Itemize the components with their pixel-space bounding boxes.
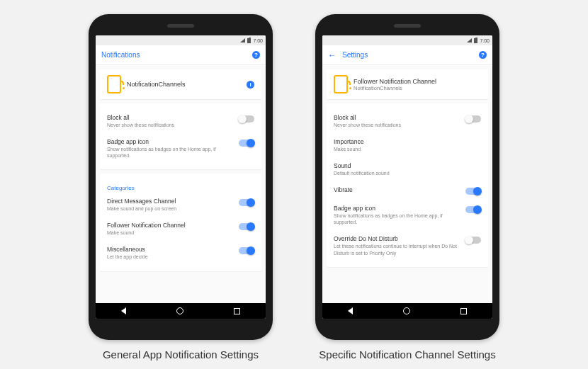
caption-right: Specific Notification Channel Settings: [319, 348, 495, 361]
setting-sound[interactable]: Sound Default notification sound: [334, 157, 481, 181]
status-time: 7:00: [480, 38, 490, 43]
cat-direct-toggle[interactable]: [239, 199, 254, 206]
block-all-toggle[interactable]: [465, 115, 481, 123]
app-bar: ← Settings ?: [322, 45, 492, 65]
nav-back-icon[interactable]: [348, 307, 353, 314]
setting-block-all[interactable]: Block all Never show these notifications: [107, 109, 254, 133]
signal-icon: [240, 38, 245, 42]
category-miscellaneous[interactable]: Miscellaneous Let the app decide: [107, 241, 254, 265]
setting-vibrate[interactable]: Vibrate: [334, 181, 481, 200]
page-title: Notifications: [101, 51, 247, 59]
status-bar: 7:00: [96, 35, 266, 45]
back-arrow-icon[interactable]: ←: [328, 51, 337, 59]
phone-speaker: [394, 24, 421, 28]
badge-sub: Show notifications as badges on the Home…: [334, 212, 460, 225]
app-name: NotificationChannels: [127, 81, 186, 88]
app-header-card: NotificationChannels i: [100, 69, 261, 99]
category-follower[interactable]: Follower Notification Channel Make sound: [107, 217, 254, 241]
importance-title: Importance: [334, 138, 481, 145]
badge-toggle[interactable]: [465, 206, 481, 213]
phone-speaker: [167, 24, 194, 28]
block-all-toggle[interactable]: [239, 115, 254, 123]
setting-override-dnd[interactable]: Override Do Not Disturb Let these notifi…: [334, 230, 481, 261]
vibrate-title: Vibrate: [334, 186, 460, 193]
app-icon: [334, 75, 348, 93]
info-icon[interactable]: i: [247, 81, 254, 89]
app-icon: [107, 75, 121, 93]
block-all-sub: Never show these notifications: [107, 122, 233, 128]
phone-left: 7:00 Notifications ? NotificationChannel…: [89, 14, 273, 340]
battery-icon: [247, 38, 251, 43]
cat-direct-title: Direct Messages Channel: [107, 198, 233, 205]
signal-icon: [467, 38, 472, 42]
block-all-title: Block all: [334, 114, 460, 121]
phone-right: 7:00 ← Settings ? Follower Notification …: [315, 14, 499, 340]
screen-right: 7:00 ← Settings ? Follower Notification …: [322, 35, 492, 319]
caption-left: General App Notification Settings: [103, 348, 259, 361]
setting-block-all[interactable]: Block all Never show these notifications: [334, 109, 481, 133]
cat-direct-sub: Make sound and pop on screen: [107, 205, 233, 212]
nav-recent-icon[interactable]: [234, 308, 240, 314]
channel-name: Follower Notification Channel: [354, 78, 436, 85]
dnd-title: Override Do Not Disturb: [334, 235, 460, 242]
status-time: 7:00: [253, 38, 263, 43]
dnd-toggle[interactable]: [465, 237, 481, 244]
cat-misc-sub: Let the app decide: [107, 254, 233, 260]
badge-sub: Show notifications as badges on the Home…: [107, 146, 233, 159]
sound-sub: Default notification sound: [334, 170, 481, 176]
nav-home-icon[interactable]: [176, 307, 183, 314]
vibrate-toggle[interactable]: [465, 188, 481, 195]
nav-bar: [322, 303, 492, 319]
status-bar: 7:00: [322, 35, 492, 45]
setting-importance[interactable]: Importance Make sound: [334, 133, 481, 157]
help-icon[interactable]: ?: [479, 51, 487, 59]
page-title: Settings: [342, 51, 473, 59]
channel-header-card: Follower Notification Channel Notificati…: [327, 69, 488, 99]
nav-bar: [96, 303, 266, 319]
badge-title: Badge app icon: [107, 138, 233, 145]
cat-follower-sub: Make sound: [107, 229, 233, 236]
nav-home-icon[interactable]: [403, 307, 410, 314]
category-direct-messages[interactable]: Direct Messages Channel Make sound and p…: [107, 193, 254, 217]
badge-title: Badge app icon: [334, 205, 460, 212]
block-all-title: Block all: [107, 114, 233, 121]
nav-recent-icon[interactable]: [460, 308, 467, 314]
nav-back-icon[interactable]: [121, 307, 126, 314]
app-name: NotificationChannels: [354, 85, 436, 91]
cat-follower-toggle[interactable]: [239, 223, 254, 230]
importance-sub: Make sound: [334, 146, 481, 152]
dnd-sub: Let these notifications continue to inte…: [334, 243, 460, 256]
badge-toggle[interactable]: [239, 140, 254, 147]
categories-label: Categories: [107, 179, 254, 193]
cat-misc-title: Miscellaneous: [107, 246, 233, 253]
sound-title: Sound: [334, 162, 481, 169]
battery-icon: [474, 38, 477, 43]
app-bar: Notifications ?: [96, 45, 266, 65]
block-all-sub: Never show these notifications: [334, 122, 460, 128]
help-icon[interactable]: ?: [252, 51, 260, 59]
setting-badge-app-icon[interactable]: Badge app icon Show notifications as bad…: [334, 200, 481, 230]
cat-follower-title: Follower Notification Channel: [107, 222, 233, 229]
setting-badge-app-icon[interactable]: Badge app icon Show notifications as bad…: [107, 133, 254, 164]
cat-misc-toggle[interactable]: [239, 247, 254, 254]
screen-left: 7:00 Notifications ? NotificationChannel…: [96, 35, 266, 319]
